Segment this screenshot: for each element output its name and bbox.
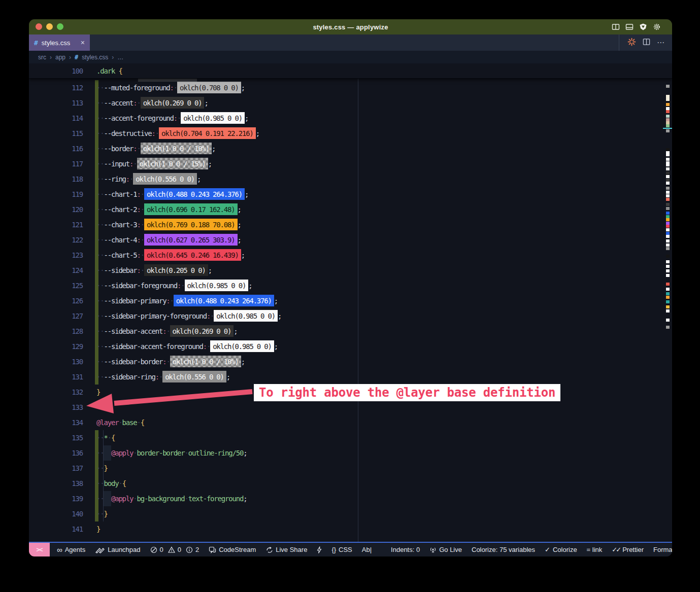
code-token: · bbox=[133, 449, 137, 457]
code-line[interactable]: 126··--sidebar-primary:·oklch(0.488 0.24… bbox=[29, 293, 672, 308]
code-line[interactable]: 125··--sidebar-foreground:·oklch(0.985 0… bbox=[29, 278, 672, 293]
breadcrumb-separator: › bbox=[112, 54, 114, 61]
code-token: · bbox=[181, 282, 184, 290]
breadcrumb-item[interactable]: … bbox=[117, 54, 123, 61]
breadcrumb[interactable]: src›app›#styles.css›… bbox=[29, 51, 672, 63]
status-item-go-live[interactable]: Go Live bbox=[429, 546, 462, 553]
code-lines[interactable]: 112··--muted-foreground:·oklch(0.708 0 0… bbox=[29, 80, 672, 542]
status-item-0[interactable]: 0 bbox=[168, 546, 181, 553]
code-token: : bbox=[170, 84, 174, 92]
layout-panel-icon[interactable] bbox=[625, 23, 634, 31]
code-token: ·· bbox=[96, 236, 104, 244]
minimap[interactable] bbox=[663, 63, 672, 542]
code-line[interactable]: 128··--sidebar-accent:·oklch(0.269 0 0); bbox=[29, 324, 672, 339]
code-line[interactable]: 134@layer·base·{ bbox=[29, 415, 672, 430]
code-token: ·· bbox=[96, 84, 104, 92]
shield-icon[interactable] bbox=[639, 23, 647, 31]
color-value-chip: oklch(0.985 0 0) bbox=[185, 280, 249, 291]
breadcrumb-separator: › bbox=[69, 54, 71, 61]
tab-styles-css[interactable]: # styles.css × bbox=[29, 34, 90, 51]
code-token: --accent-foreground bbox=[104, 114, 173, 122]
status-item-2[interactable]: 2 bbox=[186, 546, 199, 553]
split-editor-icon[interactable] bbox=[643, 38, 650, 48]
code-line[interactable]: 131··--sidebar-ring:·oklch(0.556 0 0); bbox=[29, 369, 672, 385]
status-label: = link bbox=[587, 546, 603, 553]
color-value-chip: oklch(0.269 0 0) bbox=[141, 97, 205, 109]
code-token: ·· bbox=[96, 114, 104, 122]
status-item-live-share[interactable]: Live Share bbox=[265, 546, 307, 553]
code-token: ; bbox=[238, 205, 241, 214]
code-line[interactable]: 117··--input:·oklch(1 0 0 / 15%); bbox=[29, 156, 672, 171]
code-line[interactable]: 135··*·{ bbox=[29, 430, 672, 445]
status-item-codestream[interactable]: CodeStream bbox=[209, 546, 256, 553]
status-item-formatting-[interactable]: Formatting: × bbox=[653, 546, 672, 553]
code-line[interactable]: 133 bbox=[29, 400, 672, 415]
status-item-agents[interactable]: ∞Agents bbox=[57, 545, 85, 554]
code-line[interactable]: 138··body·{ bbox=[29, 476, 672, 491]
code-token: ·· bbox=[96, 434, 104, 442]
status-item-launchpad[interactable]: Launchpad bbox=[95, 546, 140, 553]
code-line[interactable]: 141} bbox=[29, 521, 672, 537]
code-token: --chart-2 bbox=[104, 205, 137, 214]
code-line[interactable]: 114··--accent-foreground:·oklch(0.985 0 … bbox=[29, 111, 672, 126]
annotation-label: To right above the @layer base definitio… bbox=[254, 384, 560, 401]
title-bar[interactable]: styles.css — applywize bbox=[29, 19, 672, 34]
layout-columns-icon[interactable] bbox=[612, 23, 620, 31]
more-actions-icon[interactable]: ⋯ bbox=[657, 38, 665, 47]
status-item-prettier[interactable]: ✓✓Prettier bbox=[612, 546, 644, 553]
minimap-mark bbox=[666, 319, 670, 322]
code-line[interactable]: 140··} bbox=[29, 506, 672, 521]
line-number: 125 bbox=[29, 278, 83, 293]
code-token: ·· bbox=[96, 266, 104, 274]
status-item-css[interactable]: {}CSS bbox=[331, 546, 352, 553]
code-line[interactable]: 142 bbox=[29, 537, 672, 542]
code-line[interactable]: 129··--sidebar-accent-foreground:·oklch(… bbox=[29, 339, 672, 354]
color-value-chip: oklch(0.985 0 0) bbox=[210, 340, 274, 352]
status-label: Formatting: × bbox=[653, 546, 672, 553]
code-token: : bbox=[133, 145, 137, 153]
status-item-0[interactable]: 0 bbox=[150, 546, 163, 553]
gear-icon[interactable] bbox=[653, 23, 661, 31]
status-item[interactable] bbox=[317, 546, 322, 553]
remote-indicator[interactable]: >< bbox=[29, 543, 50, 556]
tab-close-icon[interactable]: × bbox=[81, 39, 85, 47]
code-line[interactable]: 120··--chart-2:·oklch(0.696 0.17 162.48)… bbox=[29, 202, 672, 217]
code-line[interactable]: 119··--chart-1:·oklch(0.488 0.243 264.37… bbox=[29, 187, 672, 202]
code-line[interactable]: 130··--sidebar-border:·oklch(1 0 0 / 10%… bbox=[29, 354, 672, 369]
code-line[interactable]: 113··--accent:·oklch(0.269 0 0); bbox=[29, 95, 672, 111]
minimap-mark bbox=[666, 207, 670, 210]
code-token: } bbox=[96, 388, 100, 396]
code-line[interactable]: 127··--sidebar-primary-foreground:·oklch… bbox=[29, 308, 672, 324]
code-line[interactable]: 123··--chart-5:·oklch(0.645 0.246 16.439… bbox=[29, 248, 672, 263]
code-line[interactable]: 112··--muted-foreground:·oklch(0.708 0 0… bbox=[29, 80, 672, 95]
minimap-mark bbox=[666, 269, 670, 272]
code-line[interactable]: 118··--ring:·oklch(0.556 0 0); bbox=[29, 171, 672, 187]
warning-icon bbox=[168, 546, 175, 553]
status-item-colorize[interactable]: ✓Colorize bbox=[545, 546, 577, 553]
starburst-icon[interactable] bbox=[627, 38, 636, 48]
breadcrumb-item[interactable]: src bbox=[38, 54, 46, 61]
code-token: --sidebar-accent-foreground bbox=[104, 342, 203, 351]
code-token: ·· bbox=[96, 464, 104, 472]
code-editor[interactable]: 100 .dark { 112··--muted-foreground:·okl… bbox=[29, 63, 672, 542]
code-line[interactable]: 139····@apply·bg-background·text-foregro… bbox=[29, 491, 672, 506]
code-line[interactable]: 121··--chart-3:·oklch(0.769 0.188 70.08)… bbox=[29, 217, 672, 232]
status-item-ab-[interactable]: Ab| bbox=[362, 546, 372, 553]
code-line[interactable]: 137··} bbox=[29, 461, 672, 476]
code-line[interactable]: 122··--chart-4:·oklch(0.627 0.265 303.9)… bbox=[29, 232, 672, 248]
breadcrumb-item[interactable]: app bbox=[55, 54, 65, 61]
code-line[interactable]: 116··--border:·oklch(1 0 0 / 10%); bbox=[29, 141, 672, 156]
minimap-mark bbox=[666, 228, 670, 231]
status-item--link[interactable]: = link bbox=[587, 546, 603, 553]
breadcrumb-item[interactable]: styles.css bbox=[82, 54, 108, 61]
color-value-chip: oklch(0.556 0 0) bbox=[133, 173, 197, 185]
code-token: * bbox=[104, 434, 107, 442]
minimap-mark bbox=[666, 247, 670, 250]
code-line[interactable]: 124··--sidebar:·oklch(0.205 0 0); bbox=[29, 263, 672, 278]
status-item-colorize-75-variables[interactable]: Colorize: 75 variables bbox=[472, 546, 535, 553]
status-item-indents-0[interactable]: Indents: 0 bbox=[391, 546, 420, 553]
code-token: · bbox=[141, 251, 144, 259]
code-line[interactable]: 136····@apply·border-border·outline-ring… bbox=[29, 445, 672, 461]
code-line[interactable]: 115··--destructive:·oklch(0.704 0.191 22… bbox=[29, 126, 672, 141]
sticky-scroll-header[interactable]: 100 .dark { bbox=[29, 63, 672, 79]
